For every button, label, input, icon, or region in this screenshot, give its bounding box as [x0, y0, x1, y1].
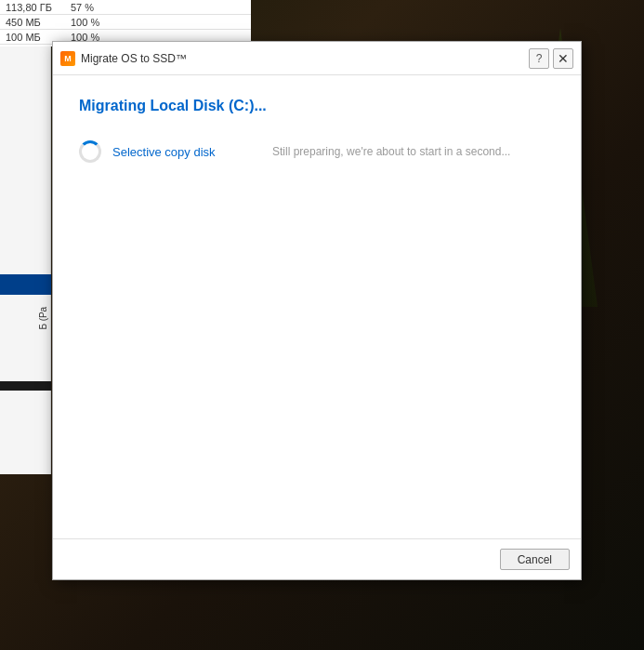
dialog-footer: Cancel	[53, 538, 581, 579]
dialog-title-bar-text: Migrate OS to SSD™	[81, 52, 187, 65]
app-icon: M	[60, 51, 75, 66]
progress-row: Selective copy disk Still preparing, we'…	[79, 140, 555, 163]
step-label: Selective copy disk	[112, 145, 261, 159]
sidebar-blue-bar	[0, 274, 51, 295]
progress-spinner	[79, 140, 101, 163]
close-button[interactable]: ✕	[553, 48, 573, 69]
title-bar-left: M Migrate OS to SSD™	[60, 51, 187, 66]
title-bar-controls: ? ✕	[529, 48, 573, 69]
sidebar-text: Б (Ра	[2, 307, 48, 330]
dialog-content: Migrating Local Disk (C:)... Selective c…	[53, 75, 581, 538]
status-text: Still preparing, we're about to start in…	[272, 145, 555, 158]
help-button[interactable]: ?	[529, 48, 549, 69]
cancel-button[interactable]: Cancel	[500, 549, 570, 570]
sidebar-dark-bar	[0, 381, 51, 391]
dialog-heading: Migrating Local Disk (C:)...	[79, 98, 555, 114]
pct-cell: 57 %	[67, 2, 113, 13]
pct-cell: 100 %	[67, 17, 113, 28]
app-icon-label: M	[64, 54, 72, 63]
left-sidebar: Б (Ра	[0, 46, 51, 474]
size-cell: 450 МБ	[2, 17, 67, 28]
table-row: 113,80 ГБ 57 %	[0, 0, 251, 15]
title-bar: M Migrate OS to SSD™ ? ✕	[53, 42, 581, 75]
file-manager-table: 113,80 ГБ 57 % 450 МБ 100 % 100 МБ 100 %	[0, 0, 251, 46]
spinner-ring	[79, 140, 101, 163]
size-cell: 113,80 ГБ	[2, 2, 67, 13]
table-row: 450 МБ 100 %	[0, 15, 251, 30]
migrate-dialog: M Migrate OS to SSD™ ? ✕ Migrating Local…	[52, 41, 582, 580]
